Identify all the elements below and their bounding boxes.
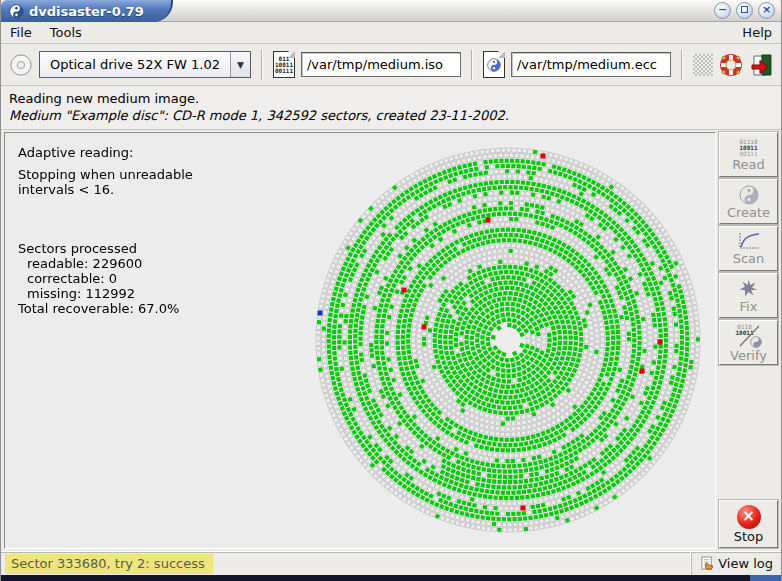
verify-button[interactable]: 0110 10011 Verify [719, 320, 778, 365]
help-lifebuoy-button[interactable] [719, 52, 743, 78]
view-log-label: View log [718, 556, 773, 571]
toolbar-separator [681, 50, 683, 80]
ecc-yinyang-icon [487, 58, 501, 72]
read-button[interactable]: 01110 10011 00111 Read [719, 132, 778, 177]
correctable-count: correctable: 0 [18, 271, 193, 286]
adaptive-reading-info: Adaptive reading: Stopping when unreadab… [18, 145, 193, 316]
menu-tools[interactable]: Tools [41, 23, 91, 42]
create-yinyang-icon [739, 185, 759, 205]
title-tab[interactable]: dvdisaster-0.79 [1, 0, 173, 22]
view-log-button[interactable]: View log [691, 552, 777, 575]
status-header: Reading new medium image. Medium "Exampl… [1, 86, 781, 130]
verify-icon: 0110 10011 [736, 324, 762, 348]
preferences-button-disabled-icon [693, 54, 713, 76]
toolbar-separator [471, 50, 473, 80]
iso-path-input[interactable] [301, 52, 461, 77]
title-bar: dvdisaster-0.79 − × [1, 0, 781, 22]
missing-count: missing: 112992 [18, 286, 193, 301]
reading-panel: Adaptive reading: Stopping when unreadab… [4, 132, 716, 549]
exit-button[interactable] [749, 52, 773, 78]
stopping-text-2: intervals < 16. [18, 182, 193, 197]
stopping-text-1: Stopping when unreadable [18, 167, 193, 182]
action-sidebar: 01110 10011 00111 Read Create [717, 130, 781, 551]
stop-button-label: Stop [734, 530, 764, 543]
adaptive-reading-title: Adaptive reading: [18, 145, 193, 160]
drive-select-value: Optical drive 52X FW 1.02 [40, 57, 230, 72]
toolbar: Optical drive 52X FW 1.02 ▼ 011 10011 00… [1, 44, 781, 86]
verify-button-label: Verify [730, 349, 767, 362]
cd-drive-icon [9, 52, 33, 78]
stop-button[interactable]: × Stop [719, 500, 778, 548]
fix-button-label: Fix [740, 300, 758, 313]
menu-file[interactable]: File [1, 23, 41, 42]
total-recoverable: Total recoverable: 67.0% [18, 301, 193, 316]
status-line-2: Medium "Example disc": CD-R mode 1, 3425… [9, 108, 771, 123]
menu-bar: File Tools Help [1, 22, 781, 44]
chevron-down-icon[interactable]: ▼ [230, 52, 250, 77]
fix-splash-icon [738, 278, 759, 299]
create-button[interactable]: Create [719, 179, 778, 224]
status-bar: Sector 333680, try 2: success View log [1, 551, 781, 575]
sector-status-message: Sector 333680, try 2: success [5, 554, 213, 574]
stop-icon: × [737, 505, 761, 529]
app-logo-yinyang-icon [9, 4, 24, 19]
scan-graph-icon [737, 232, 761, 251]
read-button-label: Read [732, 158, 765, 171]
readable-count: readable: 229600 [18, 256, 193, 271]
status-line-1: Reading new medium image. [9, 91, 771, 106]
app-window: dvdisaster-0.79 − × File Tools Help Opti… [0, 0, 782, 581]
ecc-path-input[interactable] [511, 52, 671, 77]
maximize-button[interactable] [736, 2, 753, 19]
window-bottom-border [1, 575, 781, 581]
minimize-button[interactable]: − [714, 2, 731, 19]
read-binary-icon: 01110 10011 00111 [739, 139, 757, 157]
scan-button-label: Scan [733, 252, 765, 265]
sectors-processed-title: Sectors processed [18, 241, 193, 256]
scan-button[interactable]: Scan [719, 226, 778, 271]
close-button[interactable]: × [758, 2, 775, 19]
fix-button[interactable]: Fix [719, 273, 778, 318]
sidebar-spacer [719, 367, 778, 500]
toolbar-separator [261, 50, 263, 80]
iso-file-icon: 011 10011 00111 [273, 51, 295, 78]
view-log-icon [700, 556, 715, 571]
create-button-label: Create [727, 206, 770, 219]
maximize-icon [741, 6, 748, 13]
drive-select[interactable]: Optical drive 52X FW 1.02 ▼ [39, 51, 251, 78]
ecc-file-icon [483, 51, 505, 78]
window-title: dvdisaster-0.79 [29, 4, 144, 19]
menu-help[interactable]: Help [733, 23, 781, 42]
iso-icon-bits-3: 00111 [275, 68, 293, 74]
